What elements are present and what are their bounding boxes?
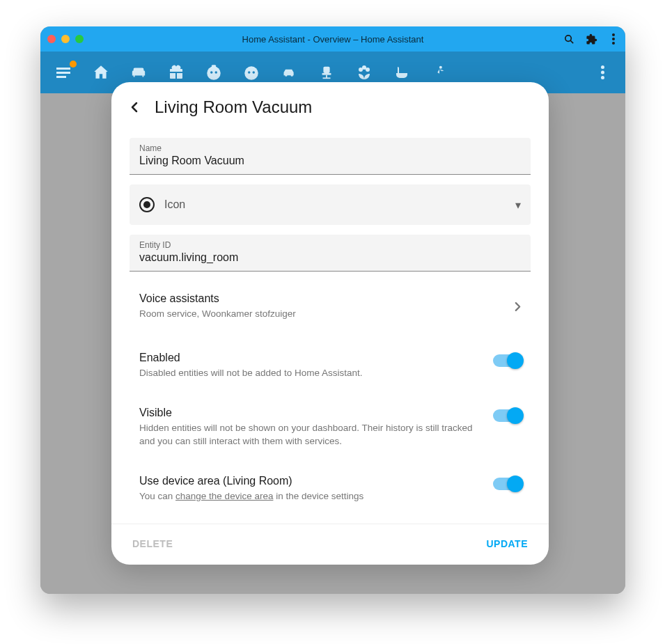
area-toggle[interactable] [493, 478, 521, 490]
svg-point-0 [565, 35, 571, 41]
dropdown-icon: ▾ [515, 198, 521, 212]
svg-point-8 [207, 66, 221, 80]
svg-point-14 [253, 71, 255, 73]
svg-rect-7 [56, 76, 66, 78]
dialog-title: Living Room Vacuum [155, 97, 312, 117]
svg-point-3 [612, 38, 615, 40]
svg-point-4 [612, 42, 615, 45]
car-icon[interactable] [280, 63, 298, 81]
name-label: Name [139, 143, 521, 153]
svg-point-19 [439, 66, 442, 69]
svg-point-22 [601, 76, 604, 79]
window-title: Home Assistant - Overview – Home Assista… [40, 34, 625, 45]
robot2-icon[interactable] [242, 63, 260, 81]
name-input[interactable] [139, 155, 521, 167]
notification-badge [70, 61, 77, 68]
area-suffix: in the device settings [273, 491, 363, 501]
chair-icon[interactable] [318, 63, 336, 81]
icon-select[interactable]: Icon ▾ [130, 184, 531, 225]
voice-assistants-row[interactable]: Voice assistants Room service, Woonkamer… [130, 278, 531, 327]
svg-point-9 [210, 71, 212, 73]
titlebar: Home Assistant - Overview – Home Assista… [40, 26, 625, 52]
minimize-window-button[interactable] [61, 35, 70, 43]
svg-point-10 [215, 71, 217, 73]
search-icon[interactable] [563, 33, 575, 45]
dialog-body: Name Icon ▾ Entity ID Voice assistants R… [111, 124, 549, 512]
more-icon[interactable] [607, 33, 620, 45]
svg-point-21 [601, 71, 604, 74]
entity-settings-dialog: Living Room Vacuum Name Icon ▾ Entity ID… [111, 82, 549, 565]
toolbar-more-icon[interactable] [593, 63, 611, 81]
window-controls [47, 35, 84, 43]
extension-icon[interactable] [585, 33, 597, 45]
entity-id-input[interactable] [139, 251, 521, 264]
dialog-footer: DELETE UPDATE [111, 524, 549, 565]
delete-button[interactable]: DELETE [132, 538, 173, 549]
sofa-icon[interactable] [130, 63, 148, 81]
visible-title: Visible [139, 407, 479, 419]
visible-row: Visible Hidden entities will not be show… [130, 394, 531, 451]
enabled-subtitle: Disabled entities will not be added to H… [139, 367, 479, 380]
enabled-row: Enabled Disabled entities will not be ad… [130, 339, 531, 383]
svg-point-2 [612, 33, 615, 36]
maximize-window-button[interactable] [75, 35, 84, 43]
area-subtitle: You can change the device area in the de… [139, 490, 479, 503]
area-prefix: You can [139, 491, 175, 501]
visible-toggle[interactable] [493, 409, 521, 422]
enabled-toggle[interactable] [493, 354, 521, 367]
back-button[interactable] [131, 102, 138, 113]
svg-point-12 [244, 66, 258, 80]
home-icon[interactable] [92, 63, 110, 81]
titlebar-actions [563, 33, 620, 45]
svg-rect-18 [323, 77, 331, 79]
svg-point-13 [248, 71, 250, 73]
name-field[interactable]: Name [130, 138, 531, 175]
run-icon[interactable] [430, 63, 448, 81]
update-button[interactable]: UPDATE [486, 538, 528, 549]
dialog-header: Living Room Vacuum [111, 82, 549, 124]
entity-id-field[interactable]: Entity ID [130, 235, 531, 272]
gift-icon[interactable] [167, 63, 185, 81]
area-title: Use device area (Living Room) [139, 475, 479, 487]
change-area-link[interactable]: change the device area [175, 491, 273, 501]
svg-rect-11 [212, 65, 217, 67]
flower-icon[interactable] [355, 63, 373, 81]
app-window: Home Assistant - Overview – Home Assista… [40, 26, 625, 594]
chevron-right-icon [515, 301, 521, 312]
area-row: Use device area (Living Room) You can ch… [130, 462, 531, 506]
svg-rect-16 [322, 73, 331, 75]
close-window-button[interactable] [47, 35, 56, 43]
svg-point-20 [601, 65, 604, 69]
menu-icon[interactable] [54, 63, 72, 81]
bath-icon[interactable] [393, 63, 411, 81]
svg-rect-6 [56, 72, 70, 74]
voice-subtitle: Room service, Woonkamer stofzuiger [139, 308, 515, 321]
vacuum-icon [139, 197, 155, 212]
visible-subtitle: Hidden entities will not be shown on you… [139, 422, 479, 448]
svg-line-1 [570, 40, 573, 43]
icon-label: Icon [164, 198, 185, 211]
robot-icon[interactable] [205, 63, 223, 81]
entity-id-label: Entity ID [139, 240, 521, 250]
svg-rect-15 [323, 67, 329, 73]
enabled-title: Enabled [139, 352, 479, 364]
svg-rect-5 [56, 68, 70, 70]
voice-title: Voice assistants [139, 292, 515, 305]
